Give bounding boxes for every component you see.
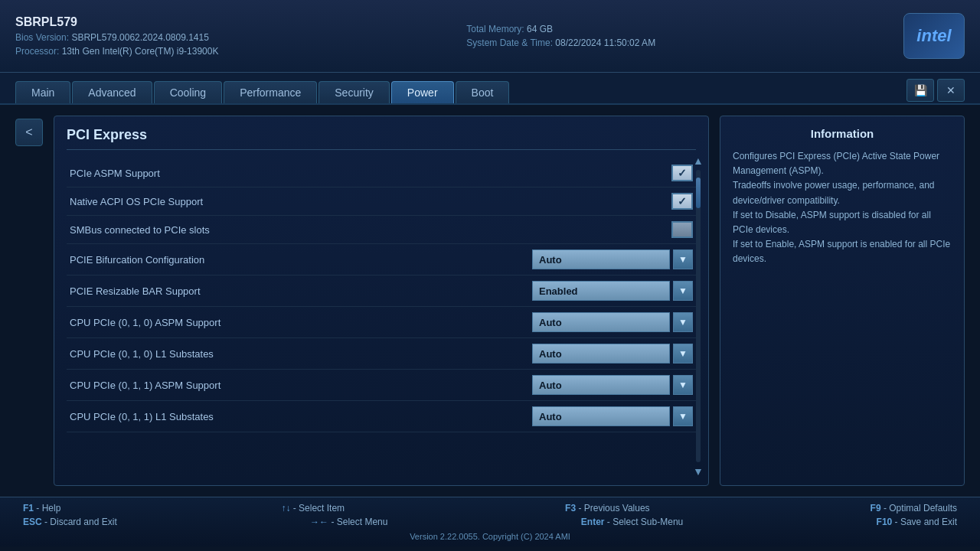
cpu011-aspm-arrow[interactable]: ▼ [673,375,693,395]
smbus-control [671,221,693,238]
pcie-aspm-control: ✓ [671,165,693,181]
pcie-aspm-checkbox[interactable]: ✓ [671,165,693,181]
cpu010-l1-label: CPU PCIe (0, 1, 0) L1 Substates [70,348,214,360]
rebar-control: Enabled ▼ [532,281,693,301]
cpu011-aspm-label: CPU PCIe (0, 1, 1) ASPM Support [70,380,220,391]
tab-main[interactable]: Main [15,81,70,103]
cpu010-l1-value: Auto [532,344,670,364]
footer-esc: ESC - Discard and Exit [23,517,117,527]
save-icon-button[interactable]: 💾 [906,79,934,102]
footer-row-2: ESC - Discard and Exit →← - Select Menu … [23,517,957,527]
scroll-thumb [696,178,701,208]
close-icon-button[interactable]: ✕ [937,79,965,102]
cpu011-aspm-value: Auto [532,375,670,395]
header: SBRPL579 Bios Version: SBRPL579.0062.202… [0,0,980,73]
smbus-checkbox[interactable] [671,221,693,238]
setting-row-rebar: PCIE Resizable BAR Support Enabled ▼ [67,276,696,307]
nav-actions: 💾 ✕ [906,79,965,103]
nav-bar: Main Advanced Cooling Performance Securi… [0,73,980,105]
scroll-track [696,170,701,462]
nav-tabs: Main Advanced Cooling Performance Securi… [15,81,509,103]
setting-row-cpu010-aspm: CPU PCIe (0, 1, 0) ASPM Support Auto ▼ [67,307,696,338]
cpu011-l1-control: Auto ▼ [532,406,693,426]
cpu011-l1-label: CPU PCIe (0, 1, 1) L1 Substates [70,411,214,422]
acpi-pcie-control: ✓ [671,193,693,210]
setting-row-smbus: SMBus connected to PCIe slots [67,216,696,244]
intel-logo: intel [903,13,965,59]
memory-row: Total Memory: 64 GB [466,24,655,34]
setting-row-cpu011-aspm: CPU PCIe (0, 1, 1) ASPM Support Auto ▼ [67,370,696,401]
setting-row-bifurcation: PCIE Bifurcation Configuration Auto ▼ [67,244,696,276]
info-panel: Information Configures PCI Express (PCIe… [720,116,965,486]
bifurcation-value: Auto [532,249,670,269]
setting-row-cpu010-l1: CPU PCIe (0, 1, 0) L1 Substates Auto ▼ [67,338,696,370]
rebar-value: Enabled [532,281,670,301]
footer-menu-select: →← - Select Menu [310,517,387,527]
settings-panel: PCI Express PCIe ASPM Support ✓ Native A… [54,116,709,486]
bifurcation-control: Auto ▼ [532,249,693,269]
tab-boot[interactable]: Boot [456,81,510,103]
footer-row-1: F1 - Help ↑↓ - Select Item F3 - Previous… [23,503,957,514]
pcie-aspm-label: PCIe ASPM Support [70,168,160,179]
footer-f3: F3 - Previous Values [565,503,650,514]
cpu010-l1-control: Auto ▼ [532,344,693,364]
cpu010-aspm-control: Auto ▼ [532,312,693,332]
rebar-arrow[interactable]: ▼ [673,281,693,301]
footer-enter: Enter - Select Sub-Menu [581,517,683,527]
cpu010-aspm-value: Auto [532,312,670,332]
cpu011-l1-arrow[interactable]: ▼ [673,406,693,426]
bifurcation-arrow[interactable]: ▼ [673,249,693,269]
header-model: SBRPL579 [15,15,218,29]
cpu010-aspm-arrow[interactable]: ▼ [673,312,693,332]
panel-title: PCI Express [67,127,696,150]
footer-version: Version 2.22.0055. Copyright (C) 2024 AM… [23,532,957,541]
datetime-row: System Date & Time: 08/22/2024 11:50:02 … [466,37,655,48]
bios-version-row: Bios Version: SBRPL579.0062.2024.0809.14… [15,32,218,43]
acpi-pcie-checkbox[interactable]: ✓ [671,193,693,210]
header-info: SBRPL579 Bios Version: SBRPL579.0062.202… [15,15,218,57]
scroll-up-arrow[interactable]: ▲ [693,155,704,167]
acpi-pcie-label: Native ACPI OS PCIe Support [70,196,203,207]
tab-advanced[interactable]: Advanced [72,81,152,103]
scroll-indicators: ▲ ▼ [693,155,704,478]
footer: F1 - Help ↑↓ - Select Item F3 - Previous… [0,497,980,546]
tab-cooling[interactable]: Cooling [154,81,222,103]
setting-row-pcie-aspm: PCIe ASPM Support ✓ [67,159,696,187]
cpu011-aspm-control: Auto ▼ [532,375,693,395]
processor-row: Processor: 13th Gen Intel(R) Core(TM) i9… [15,46,218,57]
smbus-label: SMBus connected to PCIe slots [70,224,210,236]
header-sys: Total Memory: 64 GB System Date & Time: … [466,24,655,48]
scroll-down-arrow[interactable]: ▼ [693,465,704,478]
footer-f10: F10 - Save and Exit [877,517,957,527]
footer-f9: F9 - Optimal Defaults [871,503,957,514]
back-button[interactable]: < [15,119,43,146]
setting-row-acpi-pcie: Native ACPI OS PCIe Support ✓ [67,187,696,216]
footer-arrows: ↑↓ - Select Item [281,503,345,514]
tab-performance[interactable]: Performance [224,81,317,103]
info-text: Configures PCI Express (PCIe) Active Sta… [733,149,952,267]
cpu010-l1-arrow[interactable]: ▼ [673,344,693,364]
tab-security[interactable]: Security [318,81,390,103]
main-content: < PCI Express PCIe ASPM Support ✓ Native… [0,105,980,497]
info-title: Information [733,127,952,140]
tab-power[interactable]: Power [391,81,454,103]
cpu010-aspm-label: CPU PCIe (0, 1, 0) ASPM Support [70,317,220,328]
setting-row-cpu011-l1: CPU PCIe (0, 1, 1) L1 Substates Auto ▼ [67,401,696,432]
footer-f1: F1 - Help [23,503,60,514]
rebar-label: PCIE Resizable BAR Support [70,285,201,297]
cpu011-l1-value: Auto [532,406,670,426]
bifurcation-label: PCIE Bifurcation Configuration [70,254,204,266]
